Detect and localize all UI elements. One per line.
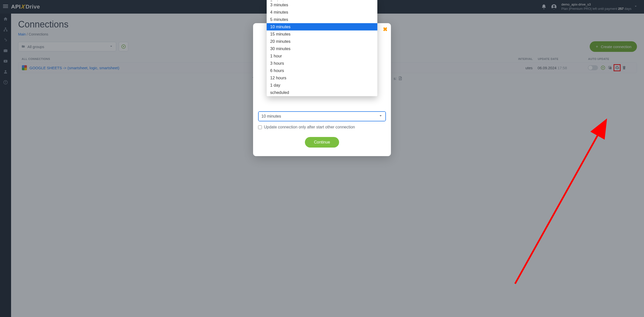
close-icon[interactable]: ✖ [383,26,387,33]
interval-select[interactable]: 10 minutes [258,111,386,121]
dropdown-option[interactable]: 10 minutes [267,23,377,30]
dropdown-option[interactable]: 3 minutes [267,1,377,9]
dropdown-option[interactable]: 5 minutes [267,16,377,23]
dropdown-option[interactable]: 15 minutes [267,30,377,38]
continue-button[interactable]: Continue [305,137,339,148]
dropdown-option[interactable]: 4 minutes [267,9,377,16]
update-after-other-checkbox[interactable]: Update connection only after start other… [258,125,386,129]
dropdown-option[interactable]: 1 hour [267,52,377,60]
dropdown-option[interactable]: 1 day [267,82,377,89]
dropdown-option[interactable]: 12 hours [267,74,377,82]
dropdown-option[interactable]: 6 hours [267,67,377,74]
chevron-down-icon [379,114,383,119]
checkbox-input[interactable] [258,125,262,129]
dropdown-option[interactable]: 30 minutes [267,45,377,52]
dropdown-option[interactable]: scheduled [267,89,377,96]
dropdown-option[interactable]: 3 hours [267,60,377,67]
dropdown-option[interactable]: 20 minutes [267,38,377,45]
interval-dropdown[interactable]: 2 minutes3 minutes4 minutes5 minutes10 m… [267,0,377,96]
interval-select-value: 10 minutes [261,114,281,119]
